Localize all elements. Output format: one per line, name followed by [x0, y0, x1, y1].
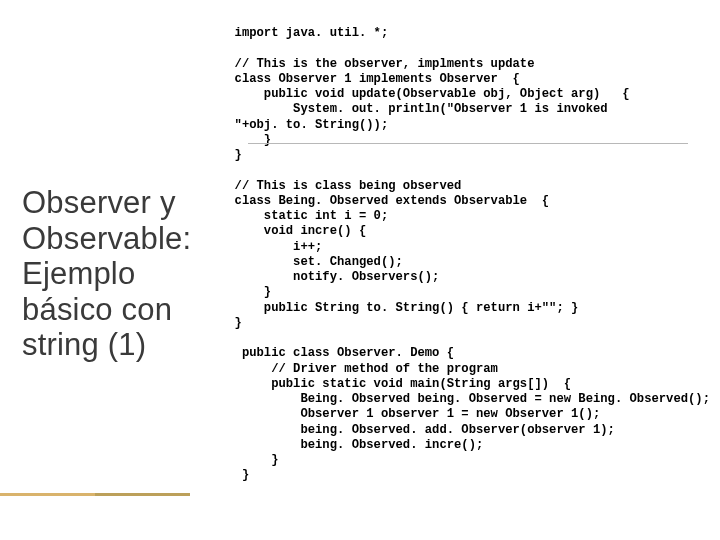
accent-bar	[0, 493, 190, 496]
divider-line	[248, 143, 688, 144]
title-column: Observer y Observable: Ejemplo básico co…	[22, 18, 229, 530]
accent-segment-1	[0, 493, 95, 496]
slide-title: Observer y Observable: Ejemplo básico co…	[22, 185, 219, 363]
code-block: import java. util. *; // This is the obs…	[235, 26, 710, 484]
accent-segment-2	[95, 493, 190, 496]
slide: Observer y Observable: Ejemplo básico co…	[0, 0, 720, 540]
code-column: import java. util. *; // This is the obs…	[229, 18, 710, 530]
